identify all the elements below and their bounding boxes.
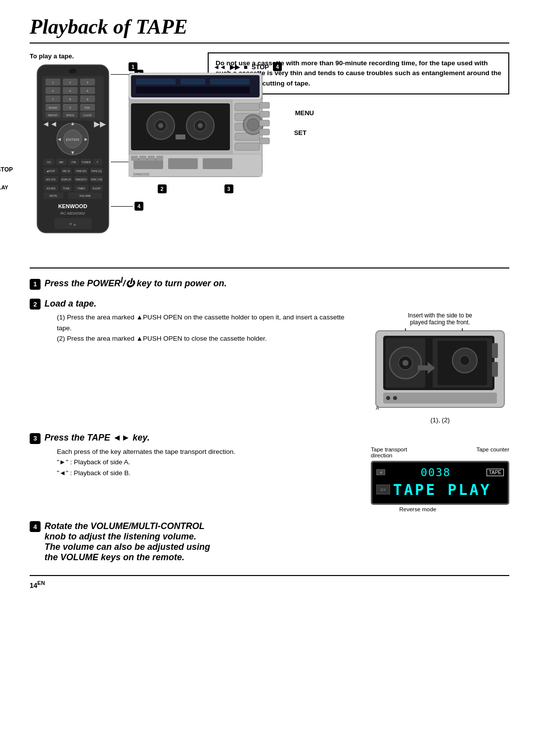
svg-rect-116 [260,138,269,144]
svg-text:TIME·DIS: TIME·DIS [76,170,87,173]
svg-rect-101 [235,103,260,111]
svg-rect-113 [260,111,269,117]
menu-label: MENU [295,109,314,117]
transport-labels: Tape transportdirection Tape counter [371,446,509,458]
step-2-image: Insert with the side to beplayed facing … [371,312,509,424]
callout-2-unit: 2 [158,184,167,193]
step-2-sub2: (2) Press the area marked ▲PUSH OPEN to … [57,333,361,344]
svg-point-128 [402,360,408,366]
step-1-header: 1 Press the POWERI/⏻ key to turn power o… [30,276,509,290]
unit-body-svg: ENWOOD [129,73,282,181]
step-4-badge: 4 [30,521,41,532]
svg-text:◄: ◄ [57,136,62,142]
svg-text:TIMEDPLY: TIMEDPLY [75,178,88,181]
reverse-mode-text: Reverse mode [400,506,437,512]
main-unit-diagram: 1 ◄◄ ▶▶ ■ STOP 4 [129,62,282,193]
unit-bottom-callouts: 2 3 [129,184,262,193]
svg-rect-87 [136,79,176,85]
svg-text:TONE: TONE [63,187,70,190]
svg-text:ENWOOD: ENWOOD [134,173,149,176]
svg-point-1 [69,69,77,74]
step-3-title: Press the TAPE ◄► key. [44,433,150,443]
step-2: 2 Load a tape. (1) Press the area marked… [30,299,509,424]
stop-label-remote: ■ STOP TIMEDISPLAY [0,166,13,191]
step-2-layout: (1) Press the area marked ▲PUSH OPEN on … [30,312,509,424]
callout-num-4-remote: 4 [134,202,143,211]
step-4-line3: The volume can also be adjusted using [44,542,210,552]
step-2-text: (1) Press the area marked ▲PUSH OPEN on … [30,312,361,424]
en-suffix: EN [38,580,45,586]
svg-text:SLEEP: SLEEP [92,187,101,190]
tape-badge: TAPE [487,469,504,476]
svg-rect-112 [260,102,269,108]
remote-control-diagram: 1 2 3 4 5 6 7 [30,62,116,250]
callout-4-unit: 4 [273,62,282,71]
svg-rect-90 [136,87,250,93]
step-1-title-text: Press the POWER [44,278,121,288]
svg-text:▼▲: ▼▲ [69,222,77,226]
svg-text:DISPLAY: DISPLAY [61,178,72,181]
svg-text:RAND: RAND [48,106,57,109]
svg-text:REPEAT: REPEAT [48,114,58,117]
step-3-badge: 3 [30,433,41,444]
svg-point-135 [386,396,390,400]
step-2-header: 2 Load a tape. [30,299,509,310]
svg-rect-99 [176,134,185,139]
top-section: To play a tape. [30,52,509,258]
svg-text:TIMER: TIMER [77,187,85,190]
svg-text:VOLUME: VOLUME [79,194,91,197]
step-2-title: Load a tape. [44,299,96,309]
svg-text:MD: MD [59,161,64,164]
stop-label-text: ■ STOP [0,166,13,173]
step-3-image: Tape transportdirection Tape counter ◄ [371,446,509,512]
svg-text:TAPE OTE: TAPE OTE [90,178,103,181]
step-4-line4: the VOLUME keys on the remote. [44,552,210,563]
svg-text:►: ► [84,136,89,142]
counter-top: ◄ 0038 TAPE [376,466,504,479]
insert-label: Insert with the side to beplayed facing … [371,312,509,326]
svg-rect-92 [131,103,230,150]
svg-rect-115 [260,129,269,135]
stop-label-unit: STOP [252,63,269,71]
figure-label: (1), (2) [371,416,509,424]
svg-rect-89 [210,79,250,85]
svg-rect-114 [260,120,269,126]
page-container: Playback of TAPE To play a tape. [0,0,534,604]
steps-section: 1 Press the POWERI/⏻ key to turn power o… [30,267,509,563]
svg-rect-120 [148,156,155,161]
svg-rect-119 [139,156,146,161]
unit-top-callouts: 1 ◄◄ ▶▶ ■ STOP 4 [129,62,282,71]
svg-rect-88 [180,79,205,85]
step-4-line1: Rotate the VOLUME/MULTI-CONTROL [44,521,210,532]
step-4-line2: knob to adjust the listening volume. [44,532,210,542]
callout-3-unit: 3 [224,184,233,193]
step-2-sub1: (1) Press the area marked ▲PUSH OPEN on … [57,312,361,333]
page-footer: 14EN [30,575,509,589]
remote-svg: 1 2 3 4 5 6 7 [30,62,116,250]
svg-rect-132 [492,343,498,358]
step-1: 1 Press the POWERI/⏻ key to turn power o… [30,276,509,290]
svg-text:RC-MDX0302: RC-MDX0302 [60,211,85,216]
svg-text:▲: ▲ [70,121,75,126]
svg-text:MD·OTE: MD·OTE [46,178,56,181]
step-3-body2: "►" : Playback of side A. [57,457,361,468]
svg-text:A: A [376,405,379,411]
step-1-title: Press the POWERI/⏻ key to turn power on. [44,276,227,289]
tape-counter-label: Tape counter [477,446,510,458]
svg-text:ENTER: ENTER [66,137,79,142]
set-label: SET [294,129,307,136]
svg-text:▼: ▼ [70,150,75,155]
svg-text:FM: FM [72,161,76,164]
tape-play-display: TAPE PLAY [393,481,491,498]
svg-rect-105 [235,143,260,150]
svg-text:P.M.: P.M. [85,106,90,109]
transport-direction-label: Tape transportdirection [371,446,407,458]
svg-rect-108 [168,158,198,169]
svg-point-95 [158,123,163,128]
svg-text:SOUND: SOUND [46,187,55,190]
svg-text:TAPE EQ: TAPE EQ [91,170,101,173]
reverse-mode-label: Reverse mode [371,506,509,512]
svg-text:TUNER: TUNER [82,161,91,164]
svg-rect-109 [203,158,232,169]
step-4: 4 Rotate the VOLUME/MULTI-CONTROL knob t… [30,521,509,563]
